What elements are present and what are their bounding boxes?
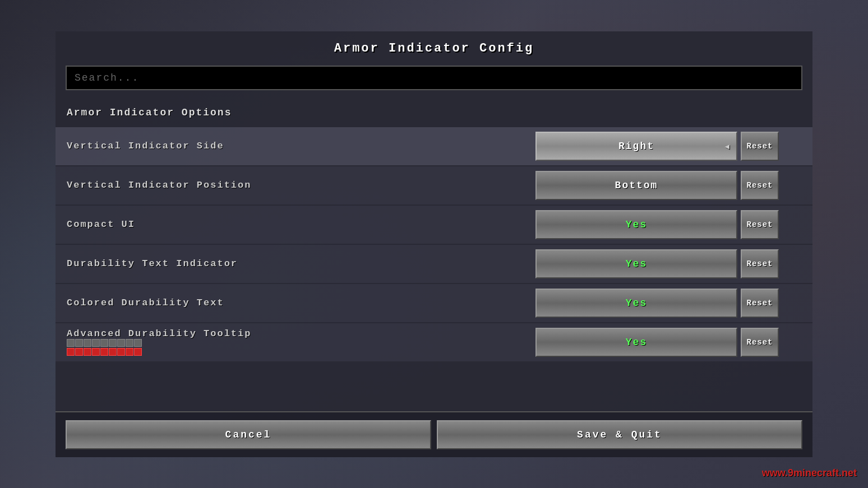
dur-icon-red xyxy=(75,348,83,356)
option-label-vertical-indicator-position: Vertical Indicator Position xyxy=(67,180,535,190)
dur-icon-red xyxy=(84,348,91,356)
reset-button-durability-text-indicator[interactable]: Reset xyxy=(741,249,779,278)
option-control-durability-text-indicator: YesReset xyxy=(535,249,779,278)
option-label-vertical-indicator-side: Vertical Indicator Side xyxy=(67,141,535,151)
value-button-advanced-durability-tooltip[interactable]: Yes xyxy=(535,328,737,357)
dur-icon-red xyxy=(67,348,75,356)
content-area: Armor Indicator Options Vertical Indicat… xyxy=(56,96,812,411)
option-row-vertical-indicator-side: Vertical Indicator SideRight◀Reset xyxy=(56,127,812,165)
dur-icon-red xyxy=(134,348,142,356)
dur-icon-red xyxy=(109,348,117,356)
reset-button-vertical-indicator-side[interactable]: Reset xyxy=(741,132,779,161)
reset-button-advanced-durability-tooltip[interactable]: Reset xyxy=(741,328,779,357)
dur-icon-red xyxy=(117,348,125,356)
bottom-bar: Cancel Save & Quit xyxy=(56,411,812,457)
config-dialog: Armor Indicator Config Armor Indicator O… xyxy=(56,31,812,457)
option-row-durability-text-indicator: Durability Text IndicatorYesReset xyxy=(56,245,812,283)
dur-icon-gray xyxy=(126,339,133,347)
option-label-compact-ui: Compact UI xyxy=(67,219,535,230)
dur-icon-gray xyxy=(84,339,91,347)
options-list: Vertical Indicator SideRight◀ResetVertic… xyxy=(56,127,812,361)
dur-icon-gray xyxy=(117,339,125,347)
reset-button-colored-durability-text[interactable]: Reset xyxy=(741,289,779,318)
dur-icon-gray xyxy=(67,339,75,347)
value-button-durability-text-indicator[interactable]: Yes xyxy=(535,249,737,278)
section-header: Armor Indicator Options xyxy=(56,101,812,127)
search-input[interactable] xyxy=(66,66,802,90)
dur-icon-gray xyxy=(134,339,142,347)
cancel-button[interactable]: Cancel xyxy=(66,420,431,449)
dur-icon-red xyxy=(100,348,108,356)
option-control-vertical-indicator-position: BottomReset xyxy=(535,171,779,200)
dur-icon-gray xyxy=(109,339,117,347)
dur-icon-red xyxy=(92,348,100,356)
save-quit-button[interactable]: Save & Quit xyxy=(437,420,802,449)
option-control-colored-durability-text: YesReset xyxy=(535,289,779,318)
option-row-colored-durability-text: Colored Durability TextYesReset xyxy=(56,284,812,322)
dur-icon-gray xyxy=(100,339,108,347)
option-label-advanced-durability-tooltip: Advanced Durability Tooltip xyxy=(67,328,535,356)
dur-icon-red xyxy=(126,348,133,356)
option-label-durability-text-indicator: Durability Text Indicator xyxy=(67,258,535,269)
option-row-vertical-indicator-position: Vertical Indicator PositionBottomReset xyxy=(56,166,812,205)
option-label-colored-durability-text: Colored Durability Text xyxy=(67,298,535,308)
value-button-colored-durability-text[interactable]: Yes xyxy=(535,289,737,318)
value-button-vertical-indicator-position[interactable]: Bottom xyxy=(535,171,737,200)
reset-button-vertical-indicator-position[interactable]: Reset xyxy=(741,171,779,200)
watermark: www.9minecraft.net xyxy=(762,467,857,479)
durability-icons xyxy=(67,339,535,356)
option-row-advanced-durability-tooltip: Advanced Durability TooltipYesReset xyxy=(56,323,812,361)
option-control-compact-ui: YesReset xyxy=(535,210,779,239)
dialog-title: Armor Indicator Config xyxy=(56,31,812,63)
option-row-compact-ui: Compact UIYesReset xyxy=(56,206,812,244)
value-button-compact-ui[interactable]: Yes xyxy=(535,210,737,239)
dur-icon-gray xyxy=(75,339,83,347)
option-control-advanced-durability-tooltip: YesReset xyxy=(535,328,779,357)
arrow-indicator: ◀ xyxy=(725,141,731,151)
option-control-vertical-indicator-side: Right◀Reset xyxy=(535,132,779,161)
dur-icon-gray xyxy=(92,339,100,347)
value-button-vertical-indicator-side[interactable]: Right◀ xyxy=(535,132,737,161)
reset-button-compact-ui[interactable]: Reset xyxy=(741,210,779,239)
search-container xyxy=(56,66,812,96)
